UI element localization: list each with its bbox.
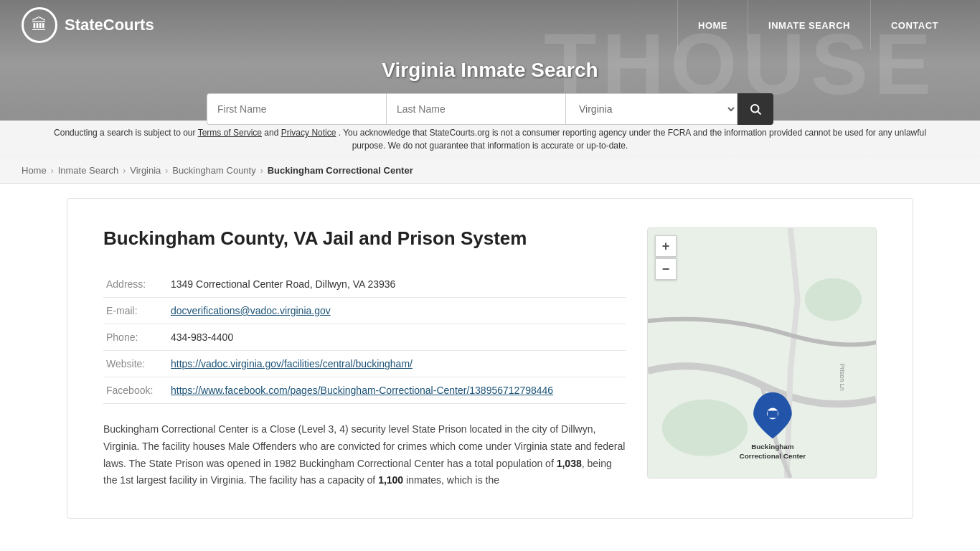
- notice-text: Conducting a search is subject to our: [54, 128, 198, 138]
- content-card: Buckingham County, VA Jail and Prison Sy…: [67, 198, 913, 519]
- nav-links: HOME INMATE SEARCH CONTACT: [677, 0, 958, 50]
- phone-label: Phone:: [103, 324, 168, 351]
- breadcrumb-sep-3: ›: [165, 166, 168, 176]
- address-value: 1349 Correctional Center Road, Dillwyn, …: [168, 271, 626, 298]
- search-button[interactable]: [738, 93, 773, 125]
- breadcrumb-sep-2: ›: [123, 166, 126, 176]
- breadcrumb-home[interactable]: Home: [22, 165, 47, 176]
- logo-area: 🏛 StateCourts: [22, 7, 154, 43]
- capacity-value: 1,100: [378, 474, 403, 486]
- terms-of-service-link[interactable]: Terms of Service: [198, 128, 262, 138]
- facebook-label: Facebook:: [103, 377, 168, 404]
- website-label: Website:: [103, 351, 168, 377]
- header-notice: Conducting a search is subject to our Te…: [0, 121, 980, 158]
- nav-contact[interactable]: CONTACT: [870, 0, 958, 50]
- logo-icon: 🏛: [22, 7, 57, 43]
- description-text-3: inmates, which is the: [403, 474, 499, 486]
- page-title: Virginia Inmate Search: [382, 59, 598, 82]
- content-left: Buckingham County, VA Jail and Prison Sy…: [103, 227, 626, 489]
- header: 🏛 StateCourts HOME INMATE SEARCH CONTACT…: [0, 0, 980, 158]
- svg-text:Buckingham: Buckingham: [751, 443, 794, 451]
- state-select[interactable]: Select State AlabamaAlaskaArizona Arkans…: [565, 93, 738, 125]
- facebook-row: Facebook: https://www.facebook.com/pages…: [103, 377, 626, 404]
- notice-and: and: [264, 128, 281, 138]
- notice-rest: . You acknowledge that StateCourts.org i…: [339, 128, 926, 151]
- facebook-link[interactable]: https://www.facebook.com/pages/Buckingha…: [171, 385, 553, 396]
- map-zoom-in-button[interactable]: +: [655, 235, 677, 257]
- navbar: 🏛 StateCourts HOME INMATE SEARCH CONTACT: [0, 0, 980, 50]
- email-row: E-mail: docverifications@vadoc.virginia.…: [103, 298, 626, 324]
- email-value: docverifications@vadoc.virginia.gov: [168, 298, 626, 324]
- breadcrumb-buckingham-county[interactable]: Buckingham County: [172, 165, 255, 176]
- svg-point-5: [805, 278, 862, 321]
- population-value: 1,038: [557, 458, 582, 469]
- website-row: Website: https://vadoc.virginia.gov/faci…: [103, 351, 626, 377]
- breadcrumb-inmate-search[interactable]: Inmate Search: [58, 165, 119, 176]
- facebook-value: https://www.facebook.com/pages/Buckingha…: [168, 377, 626, 404]
- description-text-1: Buckingham Correctional Center is a Clos…: [103, 423, 625, 469]
- breadcrumb-sep-4: ›: [260, 166, 263, 176]
- email-label: E-mail:: [103, 298, 168, 324]
- info-table: Address: 1349 Correctional Center Road, …: [103, 271, 626, 404]
- nav-inmate-search[interactable]: INMATE SEARCH: [748, 0, 870, 50]
- main-container: Buckingham County, VA Jail and Prison Sy…: [38, 198, 942, 519]
- last-name-input[interactable]: [386, 93, 565, 125]
- description: Buckingham Correctional Center is a Clos…: [103, 421, 626, 489]
- facility-heading: Buckingham County, VA Jail and Prison Sy…: [103, 227, 626, 250]
- first-name-input[interactable]: [207, 93, 386, 125]
- privacy-notice-link[interactable]: Privacy Notice: [281, 128, 336, 138]
- phone-row: Phone: 434-983-4400: [103, 324, 626, 351]
- breadcrumb-current: Buckingham Correctional Center: [268, 165, 413, 176]
- address-label: Address:: [103, 271, 168, 298]
- svg-point-0: [751, 105, 759, 113]
- svg-point-4: [662, 400, 748, 457]
- svg-text:Correctional Center: Correctional Center: [740, 452, 806, 460]
- content-right: + − Prison Ln: [647, 227, 877, 489]
- map-zoom-out-button[interactable]: −: [655, 258, 677, 280]
- nav-home[interactable]: HOME: [677, 0, 748, 50]
- map-container: + − Prison Ln: [647, 227, 877, 479]
- logo-text[interactable]: StateCourts: [65, 16, 154, 34]
- address-row: Address: 1349 Correctional Center Road, …: [103, 271, 626, 298]
- search-bar: Select State AlabamaAlaskaArizona Arkans…: [207, 93, 773, 125]
- svg-rect-8: [768, 410, 778, 418]
- breadcrumb-virginia[interactable]: Virginia: [130, 165, 161, 176]
- phone-value: 434-983-4400: [168, 324, 626, 351]
- website-value: https://vadoc.virginia.gov/facilities/ce…: [168, 351, 626, 377]
- svg-line-1: [758, 111, 760, 114]
- website-link[interactable]: https://vadoc.virginia.gov/facilities/ce…: [171, 358, 413, 369]
- header-content: Virginia Inmate Search Select State Alab…: [0, 50, 980, 125]
- breadcrumb: Home › Inmate Search › Virginia › Buckin…: [0, 158, 980, 184]
- email-link[interactable]: docverifications@vadoc.virginia.gov: [171, 305, 331, 316]
- breadcrumb-sep-1: ›: [51, 166, 54, 176]
- map-svg: Prison Ln Buckingham Correctional Center: [648, 228, 876, 478]
- svg-text:Prison Ln: Prison Ln: [839, 364, 846, 391]
- map-controls: + −: [655, 235, 677, 280]
